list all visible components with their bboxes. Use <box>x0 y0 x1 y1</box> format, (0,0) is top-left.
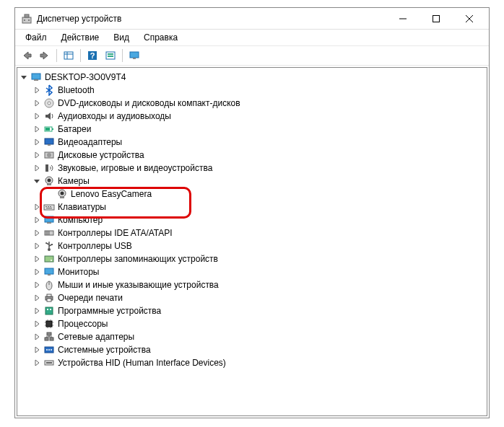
close-button[interactable] <box>453 8 486 30</box>
tree-category-node[interactable]: Очереди печати <box>19 291 485 304</box>
tree-category-node[interactable]: Батареи <box>19 123 485 136</box>
menu-view[interactable]: Вид <box>108 31 135 44</box>
tree-node-label: Мониторы <box>58 267 99 277</box>
svg-rect-1 <box>25 14 29 17</box>
chevron-right-icon[interactable] <box>32 85 42 95</box>
svg-rect-39 <box>50 206 51 207</box>
svg-point-31 <box>48 179 51 182</box>
svg-point-49 <box>45 242 47 244</box>
tree-category-node[interactable]: Программные устройства <box>19 304 485 317</box>
minimize-button[interactable] <box>386 8 420 30</box>
chevron-right-icon[interactable] <box>32 241 42 251</box>
tree-node-label: Lenovo EasyCamera <box>71 189 152 199</box>
tree-category-node[interactable]: Bluetooth <box>19 84 485 97</box>
chevron-right-icon[interactable] <box>32 163 42 173</box>
menu-file[interactable]: Файл <box>19 31 53 44</box>
menu-help[interactable]: Справка <box>138 31 183 44</box>
chevron-right-icon[interactable] <box>32 111 42 121</box>
tree-category-node[interactable]: Клавиатуры <box>19 201 485 214</box>
scan-button[interactable] <box>102 48 119 63</box>
chevron-right-icon[interactable] <box>32 202 42 212</box>
tree-node-label: Bluetooth <box>58 85 95 95</box>
system-icon <box>43 344 55 356</box>
monitor-button[interactable] <box>126 48 143 63</box>
chevron-right-icon[interactable] <box>32 280 42 290</box>
tree-category-node[interactable]: Аудиовходы и аудиовыходы <box>19 110 485 123</box>
tree-category-node[interactable]: Контроллеры USB <box>19 239 485 252</box>
svg-text:?: ? <box>90 51 95 60</box>
chevron-right-icon[interactable] <box>32 293 42 303</box>
chevron-right-icon[interactable] <box>32 137 42 147</box>
chevron-right-icon[interactable] <box>32 345 42 355</box>
svg-rect-54 <box>48 274 51 276</box>
tree-node-label: Системные устройства <box>58 345 151 355</box>
svg-rect-53 <box>45 268 53 274</box>
chevron-right-icon[interactable] <box>32 124 42 134</box>
mouse-icon <box>43 279 55 291</box>
tree-category-node[interactable]: Мониторы <box>19 265 485 278</box>
tree-category-node[interactable]: Контроллеры запоминающих устройств <box>19 252 485 265</box>
svg-point-34 <box>61 192 64 195</box>
svg-rect-51 <box>45 256 53 262</box>
tree-node-label: Дисковые устройства <box>58 150 144 160</box>
toolbar-separator <box>122 49 123 62</box>
tree-category-node[interactable]: Контроллеры IDE ATA/ATAPI <box>19 226 485 239</box>
tree-category-node[interactable]: Дисковые устройства <box>19 149 485 162</box>
svg-rect-62 <box>50 309 51 310</box>
computer-icon <box>43 214 55 226</box>
tree-category-node[interactable]: Устройства HID (Human Interface Devices) <box>19 356 485 369</box>
tree-category-node[interactable]: Компьютер <box>19 214 485 226</box>
svg-rect-58 <box>47 294 51 296</box>
tree-node-label: Звуковые, игровые и видеоустройства <box>58 163 212 173</box>
forward-button[interactable] <box>36 48 53 63</box>
tree-category-node[interactable]: Камеры <box>19 175 485 188</box>
tree-device-node[interactable]: Lenovo EasyCamera <box>19 188 485 201</box>
svg-rect-72 <box>45 338 48 340</box>
disk-icon <box>43 149 55 161</box>
tree-category-node[interactable]: DVD-дисководы и дисководы компакт-дисков <box>19 97 485 110</box>
svg-rect-24 <box>45 128 50 131</box>
chevron-right-icon[interactable] <box>32 98 42 108</box>
tree-root-node[interactable]: DESKTOP-3O0V9T4 <box>19 71 485 84</box>
show-hidden-button[interactable] <box>60 48 77 63</box>
titlebar: Диспетчер устройств <box>15 8 489 30</box>
tree-node-label: Камеры <box>58 176 90 186</box>
sound-icon <box>43 162 55 174</box>
svg-rect-84 <box>46 362 52 364</box>
bluetooth-icon <box>43 84 55 96</box>
tree-node-label: Контроллеры IDE ATA/ATAPI <box>58 228 173 238</box>
chevron-right-icon[interactable] <box>32 332 42 342</box>
chevron-right-icon[interactable] <box>32 228 42 238</box>
chevron-down-icon[interactable] <box>32 176 42 186</box>
chevron-right-icon[interactable] <box>32 306 42 316</box>
svg-point-52 <box>51 260 52 261</box>
tree-node-label: Контроллеры USB <box>58 241 132 251</box>
tree-category-node[interactable]: Звуковые, игровые и видеоустройства <box>19 162 485 175</box>
maximize-button[interactable] <box>420 8 453 30</box>
svg-rect-60 <box>45 307 53 314</box>
chevron-right-icon[interactable] <box>32 215 42 225</box>
svg-rect-8 <box>64 52 73 59</box>
svg-point-82 <box>51 349 52 351</box>
help-button[interactable]: ? <box>84 48 101 63</box>
tree-category-node[interactable]: Сетевые адаптеры <box>19 330 485 343</box>
tree-category-node[interactable]: Мыши и иные указывающие устройства <box>19 278 485 291</box>
chevron-right-icon[interactable] <box>32 150 42 160</box>
tree-category-node[interactable]: Системные устройства <box>19 343 485 356</box>
chevron-right-icon[interactable] <box>32 267 42 277</box>
tree-category-node[interactable]: Процессоры <box>19 317 485 330</box>
device-tree-panel[interactable]: DESKTOP-3O0V9T4BluetoothDVD-дисководы и … <box>17 67 487 416</box>
back-button[interactable] <box>18 48 35 63</box>
menu-action[interactable]: Действие <box>56 31 105 44</box>
chevron-right-icon[interactable] <box>32 254 42 264</box>
tree-node-label: Мыши и иные указывающие устройства <box>58 280 219 290</box>
toolbar-separator <box>56 49 57 62</box>
tree-category-node[interactable]: Видеоадаптеры <box>19 136 485 149</box>
chevron-right-icon[interactable] <box>32 319 42 329</box>
chevron-down-icon[interactable] <box>19 72 29 82</box>
network-icon <box>43 331 55 343</box>
chevron-right-icon[interactable] <box>32 358 42 368</box>
svg-rect-40 <box>46 208 52 208</box>
device-manager-window: Диспетчер устройств Файл Действие Вид Сп… <box>14 7 490 418</box>
toolbar: ? <box>15 45 489 66</box>
